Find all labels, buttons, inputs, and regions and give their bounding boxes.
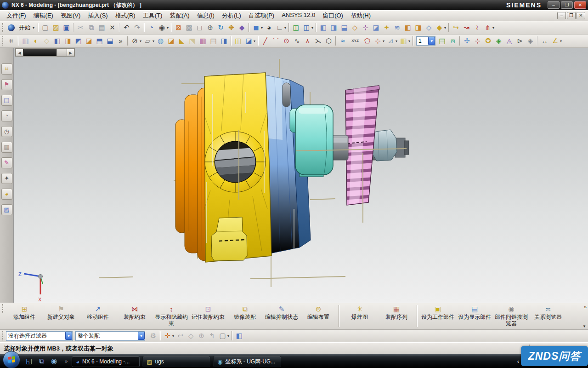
exploded-view-button[interactable]: ✳爆炸图 [341,304,378,320]
rotate-view[interactable]: ↻ [215,23,226,33]
locating-pin[interactable] [283,83,290,107]
mdi-close-button[interactable]: ✕ [577,12,585,19]
shaded-ghost[interactable]: ◇ [186,331,196,341]
wcs-rotate[interactable]: ✪ [483,36,493,46]
constraint-navigator[interactable]: ⚑ [1,79,12,90]
show-shaded-cube[interactable]: ◧ [234,331,244,341]
hole[interactable]: ▥ [198,36,208,46]
menu-item[interactable]: 编辑(E) [30,11,57,21]
rectangle-select[interactable]: ▢▾ [217,331,230,341]
point-set[interactable]: ⊹▾ [373,36,385,46]
menu-item[interactable]: 视图(V) [57,11,84,21]
task-nx[interactable]: ◕NX 6 - Modeling -... [72,356,140,367]
polygon[interactable]: ⬡ [323,36,334,46]
curve-section[interactable]: ≀ [472,23,482,33]
sheet-unbend[interactable]: ⬓ [339,23,350,33]
materials-palette[interactable]: ✎ [1,157,12,168]
browser-quick-launch[interactable]: ◉ [48,356,60,367]
layer-visible-in-view[interactable]: ⧈ [447,36,458,46]
start-orb-button[interactable] [3,351,20,368]
assembly-sequence-button[interactable]: ▦装配序列 [378,304,415,320]
snap-midpoint[interactable]: ◬ [504,36,514,46]
render-style[interactable]: ◕ [264,23,274,33]
arc[interactable]: ⌒ [271,36,281,46]
menu-item[interactable]: 插入(S) [84,11,111,21]
cascade-window[interactable]: ◫▾ [301,23,314,33]
sphere[interactable]: ◪ [84,36,94,46]
profile[interactable]: ⬠ [362,36,373,46]
selection-scope-dropdown[interactable]: 整个装配 ▼ [75,331,145,341]
menu-item[interactable]: 帮助(H) [347,11,374,21]
wcs-orient[interactable]: ◈ [493,36,504,46]
toolbar-more-arrow[interactable]: ▼ [582,324,586,328]
zoom[interactable]: ⊕ [205,23,215,33]
box-feature[interactable]: ◧ [402,23,413,33]
task-ugs-folder[interactable]: ▨ugs [142,356,210,367]
part-navigator[interactable]: ▤ [1,95,12,106]
new-window[interactable]: ◫ [291,23,301,33]
minimize-button[interactable]: – [548,1,560,9]
delete[interactable]: ✕ [107,23,118,33]
menu-item[interactable]: 首选项(P) [245,11,278,21]
law-curve[interactable]: XYZ [348,36,362,46]
orient-view[interactable]: ∟▾ [274,23,287,33]
bearing-bush[interactable] [290,105,333,177]
snap-settings[interactable]: ⚙ [148,331,158,341]
sheet-body[interactable]: ⬔ [187,36,198,46]
boss-feature[interactable]: ◨ [413,23,424,33]
mirror-curve[interactable]: ⋋ [313,36,323,46]
shaded-display[interactable]: ◼▾ [251,23,264,33]
menu-item[interactable]: 信息(I) [193,11,218,21]
add-component-button[interactable]: ⊞添加组件 [6,304,43,320]
menu-item[interactable]: 文件(F) [3,11,30,21]
menu-item[interactable]: ANSYS 12.0 [278,11,319,21]
line[interactable]: ╱ [260,36,271,46]
interpart-link-browser-button[interactable]: ◉部件间链接浏览器 [493,304,530,327]
sheet-corner[interactable]: ◇ [350,23,360,33]
sheet-flange[interactable]: ◨ [328,23,339,33]
selection-filter-dropdown[interactable]: 没有选择过滤器 ▼ [6,331,73,341]
freeform[interactable]: ≋ [392,23,402,33]
fill-view[interactable]: ▩ [184,23,194,33]
pocket[interactable]: ◇ [41,36,52,46]
task-browser[interactable]: ◉坐标系 - UG网-UG... [213,356,281,367]
make-work-part-button[interactable]: ▣设为工作部件 [419,304,456,320]
feature-list[interactable]: ▤ [208,36,219,46]
datum-csys[interactable]: ⊘▾ [130,36,142,46]
overflow[interactable]: » [115,36,126,46]
gear-pump-assembly-model[interactable]: Z X [14,48,588,303]
sheet-bend[interactable]: ◧ [318,23,328,33]
unite[interactable]: ⬒ [94,36,105,46]
block[interactable]: ◧ [52,36,62,46]
edit-suppression-state-button[interactable]: ✎编辑抑制状态 [263,304,300,320]
bridge-curve[interactable]: ⋏ [302,36,313,46]
mdi-restore-button[interactable]: ❐ [567,12,576,19]
window-switcher[interactable]: ⧉ [35,356,48,367]
menu-item[interactable]: 格式(R) [112,11,139,21]
snap-end[interactable]: ◈ [525,36,536,46]
menu-item[interactable]: 分析(L) [218,11,245,21]
datum-plane[interactable]: ▱▾ [142,36,155,46]
assembly-navigator[interactable]: ⌗ [1,63,12,75]
fit-view[interactable]: ⊠ [173,23,184,33]
spline[interactable]: ∿ [292,36,302,46]
scroll-right-button[interactable]: ▶ [67,49,74,56]
start-menu-button[interactable]: 开始 ▾ [6,23,36,32]
tube[interactable]: ▥ [20,36,31,46]
measure-angle[interactable]: ∠▾ [550,36,563,46]
menu-item[interactable]: 工具(T) [139,11,166,21]
show-hide-constraints-button[interactable]: ↕显示和隐藏约束 [153,304,190,327]
wcs-dynamics[interactable]: ✢ [462,36,472,46]
boss[interactable]: ◐ [31,36,41,46]
toolbar-grip[interactable] [2,36,5,46]
taskbar-collapse-chevron[interactable]: ‹ [517,358,519,365]
extrude[interactable]: ◍ [155,36,166,46]
edit-arrangement-button[interactable]: ⊜编辑布置 [300,304,337,320]
restore-button[interactable]: ❐ [561,1,573,9]
graphics-window[interactable]: ◀ ▶ [14,48,588,303]
shell-feature[interactable]: ◇ [424,23,434,33]
save[interactable]: ▣ [61,23,72,33]
grab-view[interactable]: ↰ [207,331,217,341]
menu-item[interactable]: 窗口(O) [319,11,347,21]
copy[interactable]: ⧉ [86,23,96,33]
